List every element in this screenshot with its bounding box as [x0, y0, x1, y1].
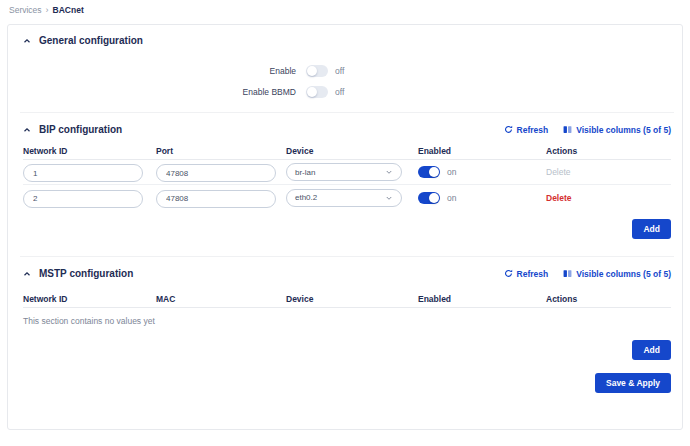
bacnet-page: Services › BACnet General configuration …	[0, 0, 690, 446]
device-select[interactable]: br-lan	[286, 163, 402, 181]
save-apply-button[interactable]: Save & Apply	[595, 373, 671, 393]
enable-bbmd-row: Enable BBMD off	[23, 86, 671, 98]
port-input[interactable]	[156, 190, 276, 208]
general-section-header[interactable]: General configuration	[23, 35, 671, 46]
device-select[interactable]: eth0.2	[286, 189, 402, 207]
network-id-input[interactable]	[23, 164, 143, 182]
col-mac: MAC	[156, 294, 286, 304]
col-actions: Actions	[546, 294, 671, 304]
enable-bbmd-label: Enable BBMD	[23, 87, 296, 97]
delete-action[interactable]: Delete	[546, 193, 671, 203]
bip-visible-columns-link[interactable]: Visible columns (5 of 5)	[563, 125, 671, 135]
mstp-visible-columns-label: Visible columns (5 of 5)	[576, 269, 671, 279]
enable-bbmd-state: off	[335, 87, 344, 97]
mstp-empty-state: This section contains no values yet	[23, 308, 671, 328]
breadcrumb-current: BACnet	[53, 5, 84, 15]
bip-section-header[interactable]: BIP configuration	[23, 124, 122, 135]
enable-label: Enable	[23, 66, 296, 76]
device-select-value: eth0.2	[295, 193, 317, 202]
network-id-input[interactable]	[23, 190, 143, 208]
col-enabled: Enabled	[418, 294, 546, 304]
col-network-id: Network ID	[23, 294, 156, 304]
device-select-value: br-lan	[295, 168, 315, 177]
enabled-toggle[interactable]	[418, 192, 440, 204]
mstp-table: Network ID MAC Device Enabled Actions Th…	[23, 291, 671, 328]
general-section-title: General configuration	[39, 35, 143, 46]
refresh-icon	[504, 125, 513, 134]
enable-row: Enable off	[23, 65, 671, 77]
mstp-add-button[interactable]: Add	[632, 340, 671, 360]
mstp-refresh-label: Refresh	[517, 269, 549, 279]
bip-section-title: BIP configuration	[39, 124, 122, 135]
enable-toggle[interactable]	[306, 65, 328, 77]
section-mstp: MSTP configuration Refresh Visible colum…	[23, 257, 671, 360]
col-actions: Actions	[546, 146, 671, 156]
chevron-down-icon	[385, 194, 393, 202]
breadcrumb: Services › BACnet	[0, 0, 690, 15]
breadcrumb-services[interactable]: Services	[9, 5, 42, 15]
enable-bbmd-toggle[interactable]	[306, 86, 328, 98]
bip-add-button[interactable]: Add	[632, 219, 671, 239]
columns-icon	[563, 269, 572, 278]
section-general: General configuration Enable off Enable …	[23, 35, 671, 112]
bip-visible-columns-label: Visible columns (5 of 5)	[576, 125, 671, 135]
enabled-state: on	[447, 167, 456, 177]
col-device: Device	[286, 146, 418, 156]
bip-row-2: eth0.2 on Delete	[23, 185, 671, 210]
mstp-visible-columns-link[interactable]: Visible columns (5 of 5)	[563, 269, 671, 279]
col-network-id: Network ID	[23, 146, 156, 156]
bip-row-1: br-lan on Delete	[23, 160, 671, 185]
refresh-icon	[504, 269, 513, 278]
bip-refresh-link[interactable]: Refresh	[504, 125, 549, 135]
bip-table-header: Network ID Port Device Enabled Actions	[23, 143, 671, 160]
breadcrumb-separator-icon: ›	[46, 6, 49, 15]
bip-table-links: Refresh Visible columns (5 of 5)	[504, 125, 671, 135]
port-input[interactable]	[156, 164, 276, 182]
enabled-state: on	[447, 193, 456, 203]
col-port: Port	[156, 146, 286, 156]
mstp-refresh-link[interactable]: Refresh	[504, 269, 549, 279]
section-bip: BIP configuration Refresh Visible column…	[23, 113, 671, 256]
mstp-section-title: MSTP configuration	[39, 268, 133, 279]
chevron-up-icon	[23, 126, 31, 134]
columns-icon	[563, 125, 572, 134]
delete-action: Delete	[546, 167, 671, 177]
config-card: General configuration Enable off Enable …	[7, 24, 683, 430]
mstp-table-header: Network ID MAC Device Enabled Actions	[23, 291, 671, 308]
chevron-up-icon	[23, 37, 31, 45]
chevron-down-icon	[385, 168, 393, 176]
mstp-table-links: Refresh Visible columns (5 of 5)	[504, 269, 671, 279]
enable-state: off	[335, 66, 344, 76]
mstp-section-header[interactable]: MSTP configuration	[23, 268, 133, 279]
general-form: Enable off Enable BBMD off	[23, 46, 671, 112]
footer-actions: Save & Apply	[23, 373, 671, 393]
chevron-up-icon	[23, 270, 31, 278]
bip-refresh-label: Refresh	[517, 125, 549, 135]
enabled-toggle[interactable]	[418, 166, 440, 178]
col-device: Device	[286, 294, 418, 304]
col-enabled: Enabled	[418, 146, 546, 156]
bip-table: Network ID Port Device Enabled Actions b…	[23, 143, 671, 210]
